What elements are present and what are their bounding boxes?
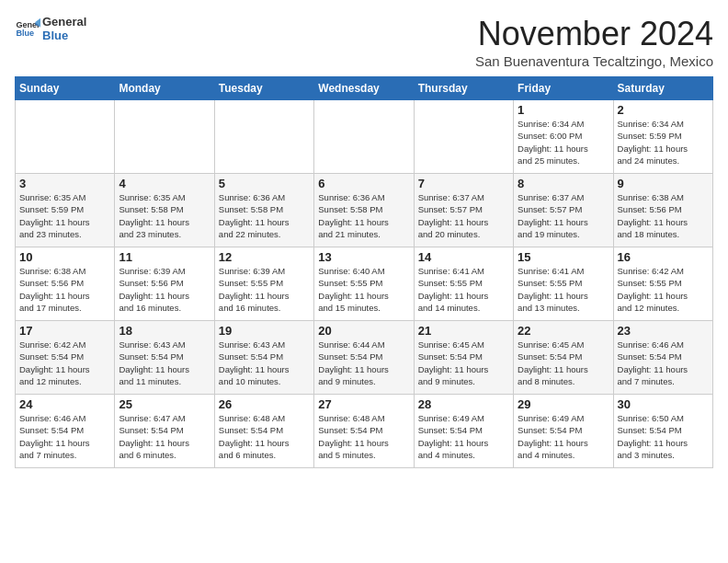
day-info: Sunrise: 6:45 AM Sunset: 5:54 PM Dayligh… <box>418 339 509 387</box>
day-number: 27 <box>318 397 409 411</box>
day-info: Sunrise: 6:39 AM Sunset: 5:55 PM Dayligh… <box>219 265 310 314</box>
calendar-cell: 15Sunrise: 6:41 AM Sunset: 5:55 PM Dayli… <box>514 247 613 321</box>
day-number: 9 <box>618 177 709 190</box>
day-info: Sunrise: 6:38 AM Sunset: 5:56 PM Dayligh… <box>618 191 709 240</box>
day-info: Sunrise: 6:35 AM Sunset: 5:58 PM Dayligh… <box>119 191 210 240</box>
calendar-cell: 21Sunrise: 6:45 AM Sunset: 5:54 PM Dayli… <box>414 321 513 395</box>
weekday-header-sunday: Sunday <box>16 77 115 100</box>
calendar-cell: 4Sunrise: 6:35 AM Sunset: 5:58 PM Daylig… <box>115 174 214 247</box>
calendar-cell: 23Sunrise: 6:46 AM Sunset: 5:54 PM Dayli… <box>613 321 712 395</box>
day-info: Sunrise: 6:46 AM Sunset: 5:54 PM Dayligh… <box>19 412 110 461</box>
day-number: 7 <box>418 177 509 190</box>
calendar-cell: 10Sunrise: 6:38 AM Sunset: 5:56 PM Dayli… <box>16 247 115 321</box>
day-number: 2 <box>618 103 709 117</box>
calendar-cell: 16Sunrise: 6:42 AM Sunset: 5:55 PM Dayli… <box>613 247 712 321</box>
calendar-cell: 18Sunrise: 6:43 AM Sunset: 5:54 PM Dayli… <box>115 321 214 395</box>
calendar-cell: 25Sunrise: 6:47 AM Sunset: 5:54 PM Dayli… <box>115 395 214 468</box>
day-number: 15 <box>518 250 609 264</box>
day-info: Sunrise: 6:46 AM Sunset: 5:54 PM Dayligh… <box>618 339 709 387</box>
day-info: Sunrise: 6:43 AM Sunset: 5:54 PM Dayligh… <box>219 339 310 387</box>
day-number: 24 <box>19 397 110 411</box>
weekday-header-monday: Monday <box>115 77 214 100</box>
weekday-header-friday: Friday <box>514 77 613 100</box>
calendar-cell: 29Sunrise: 6:49 AM Sunset: 5:54 PM Dayli… <box>514 395 613 468</box>
calendar-cell: 14Sunrise: 6:41 AM Sunset: 5:55 PM Dayli… <box>414 247 513 321</box>
day-info: Sunrise: 6:48 AM Sunset: 5:54 PM Dayligh… <box>318 412 409 461</box>
page-header: General Blue General Blue November 2024 … <box>15 15 713 69</box>
logo-general-text: General <box>42 15 86 29</box>
calendar-cell: 6Sunrise: 6:36 AM Sunset: 5:58 PM Daylig… <box>314 174 414 247</box>
calendar-week-5: 24Sunrise: 6:46 AM Sunset: 5:54 PM Dayli… <box>16 395 713 468</box>
day-number: 29 <box>518 397 609 411</box>
weekday-header-row: SundayMondayTuesdayWednesdayThursdayFrid… <box>16 77 713 100</box>
day-number: 22 <box>518 324 609 338</box>
calendar-cell: 26Sunrise: 6:48 AM Sunset: 5:54 PM Dayli… <box>214 395 313 468</box>
calendar-cell <box>16 100 115 174</box>
day-info: Sunrise: 6:49 AM Sunset: 5:54 PM Dayligh… <box>518 412 609 461</box>
day-number: 10 <box>19 250 110 264</box>
calendar-cell: 17Sunrise: 6:42 AM Sunset: 5:54 PM Dayli… <box>16 321 115 395</box>
calendar-cell <box>314 100 414 174</box>
day-info: Sunrise: 6:34 AM Sunset: 5:59 PM Dayligh… <box>618 118 709 167</box>
logo-icon: General Blue <box>15 16 40 41</box>
calendar-cell: 30Sunrise: 6:50 AM Sunset: 5:54 PM Dayli… <box>613 395 712 468</box>
day-info: Sunrise: 6:50 AM Sunset: 5:54 PM Dayligh… <box>618 412 709 461</box>
calendar-cell: 9Sunrise: 6:38 AM Sunset: 5:56 PM Daylig… <box>613 174 712 247</box>
day-number: 16 <box>618 250 709 264</box>
day-info: Sunrise: 6:42 AM Sunset: 5:55 PM Dayligh… <box>618 265 709 314</box>
calendar-week-3: 10Sunrise: 6:38 AM Sunset: 5:56 PM Dayli… <box>16 247 713 321</box>
day-number: 12 <box>219 250 310 264</box>
day-number: 14 <box>418 250 509 264</box>
calendar-cell: 7Sunrise: 6:37 AM Sunset: 5:57 PM Daylig… <box>414 174 513 247</box>
day-number: 3 <box>19 177 110 190</box>
day-info: Sunrise: 6:37 AM Sunset: 5:57 PM Dayligh… <box>418 191 509 240</box>
calendar-table: SundayMondayTuesdayWednesdayThursdayFrid… <box>15 76 713 468</box>
day-number: 4 <box>119 177 210 190</box>
day-number: 11 <box>119 250 210 264</box>
calendar-cell: 12Sunrise: 6:39 AM Sunset: 5:55 PM Dayli… <box>214 247 313 321</box>
weekday-header-wednesday: Wednesday <box>314 77 414 100</box>
calendar-cell: 8Sunrise: 6:37 AM Sunset: 5:57 PM Daylig… <box>514 174 613 247</box>
day-number: 21 <box>418 324 509 338</box>
day-info: Sunrise: 6:47 AM Sunset: 5:54 PM Dayligh… <box>119 412 210 461</box>
day-number: 19 <box>219 324 310 338</box>
day-number: 25 <box>119 397 210 411</box>
calendar-cell <box>214 100 313 174</box>
calendar-cell: 13Sunrise: 6:40 AM Sunset: 5:55 PM Dayli… <box>314 247 414 321</box>
day-info: Sunrise: 6:34 AM Sunset: 6:00 PM Dayligh… <box>518 118 609 167</box>
calendar-cell: 24Sunrise: 6:46 AM Sunset: 5:54 PM Dayli… <box>16 395 115 468</box>
logo-blue-text: Blue <box>42 29 86 42</box>
day-number: 8 <box>518 177 609 190</box>
day-number: 17 <box>19 324 110 338</box>
day-number: 5 <box>219 177 310 190</box>
calendar-cell: 28Sunrise: 6:49 AM Sunset: 5:54 PM Dayli… <box>414 395 513 468</box>
day-info: Sunrise: 6:37 AM Sunset: 5:57 PM Dayligh… <box>518 191 609 240</box>
day-number: 28 <box>418 397 509 411</box>
calendar-week-1: 1Sunrise: 6:34 AM Sunset: 6:00 PM Daylig… <box>16 100 713 174</box>
day-info: Sunrise: 6:41 AM Sunset: 5:55 PM Dayligh… <box>418 265 509 314</box>
calendar-cell: 19Sunrise: 6:43 AM Sunset: 5:54 PM Dayli… <box>214 321 313 395</box>
calendar-cell: 27Sunrise: 6:48 AM Sunset: 5:54 PM Dayli… <box>314 395 414 468</box>
day-info: Sunrise: 6:36 AM Sunset: 5:58 PM Dayligh… <box>318 191 409 240</box>
day-info: Sunrise: 6:36 AM Sunset: 5:58 PM Dayligh… <box>219 191 310 240</box>
calendar-cell: 20Sunrise: 6:44 AM Sunset: 5:54 PM Dayli… <box>314 321 414 395</box>
calendar-cell: 22Sunrise: 6:45 AM Sunset: 5:54 PM Dayli… <box>514 321 613 395</box>
day-number: 20 <box>318 324 409 338</box>
location-title: San Buenaventura Tecaltzingo, Mexico <box>475 53 713 69</box>
day-number: 13 <box>318 250 409 264</box>
calendar-cell <box>115 100 214 174</box>
day-info: Sunrise: 6:43 AM Sunset: 5:54 PM Dayligh… <box>119 339 210 387</box>
day-info: Sunrise: 6:41 AM Sunset: 5:55 PM Dayligh… <box>518 265 609 314</box>
day-number: 30 <box>618 397 709 411</box>
day-info: Sunrise: 6:49 AM Sunset: 5:54 PM Dayligh… <box>418 412 509 461</box>
day-number: 23 <box>618 324 709 338</box>
day-number: 26 <box>219 397 310 411</box>
calendar-week-4: 17Sunrise: 6:42 AM Sunset: 5:54 PM Dayli… <box>16 321 713 395</box>
day-info: Sunrise: 6:45 AM Sunset: 5:54 PM Dayligh… <box>518 339 609 387</box>
calendar-cell: 3Sunrise: 6:35 AM Sunset: 5:59 PM Daylig… <box>16 174 115 247</box>
day-info: Sunrise: 6:44 AM Sunset: 5:54 PM Dayligh… <box>318 339 409 387</box>
weekday-header-saturday: Saturday <box>613 77 712 100</box>
day-info: Sunrise: 6:39 AM Sunset: 5:56 PM Dayligh… <box>119 265 210 314</box>
logo: General Blue General Blue <box>15 15 86 42</box>
month-title: November 2024 <box>475 15 713 53</box>
